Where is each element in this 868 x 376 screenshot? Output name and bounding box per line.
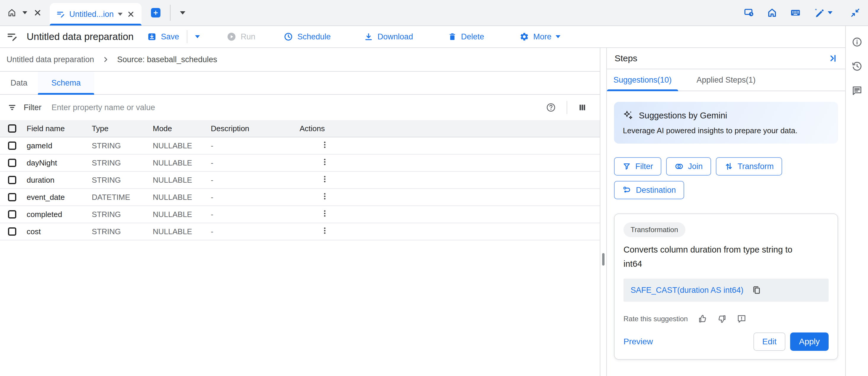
filter-bar-divider <box>567 101 567 114</box>
page-title: Untitled data preparation <box>27 31 133 42</box>
scrollbar-thumb[interactable] <box>602 253 604 265</box>
col-field-name: Field name <box>27 124 92 133</box>
table-row[interactable]: event_date DATETIME NULLABLE - <box>0 189 600 206</box>
row-checkbox[interactable] <box>8 193 16 201</box>
rate-suggestion-row: Rate this suggestion <box>623 314 829 323</box>
magic-edit-control[interactable] <box>813 7 833 18</box>
join-action-button[interactable]: Join <box>666 157 711 176</box>
home-icon[interactable] <box>767 7 777 18</box>
history-icon[interactable] <box>852 61 862 72</box>
active-tab-label: Untitled...ion <box>69 10 114 19</box>
description-cell: - <box>211 227 300 236</box>
row-checkbox[interactable] <box>8 176 16 184</box>
data-prep-tab-icon <box>56 10 65 19</box>
row-actions-menu-icon[interactable] <box>320 192 329 201</box>
browser-tab-strip: Untitled...ion <box>0 0 868 26</box>
type-cell: STRING <box>92 227 153 236</box>
description-cell: - <box>211 176 300 185</box>
keyboard-icon[interactable] <box>790 7 801 18</box>
close-home-tab-icon[interactable] <box>33 8 42 17</box>
col-type: Type <box>92 124 153 133</box>
transform-action-button[interactable]: Transform <box>716 157 782 176</box>
suggestion-code: SAFE_CAST(duration AS int64) <box>630 286 743 295</box>
row-actions-menu-icon[interactable] <box>320 157 329 166</box>
apply-button[interactable]: Apply <box>790 333 829 351</box>
select-all-checkbox[interactable] <box>8 124 16 133</box>
filter-action-button[interactable]: Filter <box>614 157 661 176</box>
collapse-steps-icon[interactable] <box>828 53 838 63</box>
home-tab-caret[interactable] <box>23 11 27 14</box>
mode-cell: NULLABLE <box>153 193 211 202</box>
mode-cell: NULLABLE <box>153 227 211 236</box>
delete-button[interactable]: Delete <box>448 32 484 41</box>
table-row[interactable]: cost STRING NULLABLE - <box>0 223 600 241</box>
toolbar: Untitled data preparation Save Run S <box>0 26 845 48</box>
join-circles-icon <box>674 162 684 171</box>
gemini-card-body: Leverage AI powered insights to prepare … <box>623 126 829 135</box>
row-checkbox[interactable] <box>8 142 16 150</box>
magic-wand-icon <box>813 7 824 18</box>
device-schedule-icon[interactable] <box>744 7 754 18</box>
row-actions-menu-icon[interactable] <box>320 209 329 218</box>
scrollbar-gutter <box>600 48 606 376</box>
data-preparation-app: Untitled...ion <box>0 0 868 376</box>
column-settings-icon[interactable] <box>578 103 587 112</box>
steps-title: Steps <box>615 53 638 63</box>
copy-icon[interactable] <box>752 285 761 295</box>
schema-table-body: gameId STRING NULLABLE - dayNight STRING… <box>0 137 600 241</box>
help-icon[interactable] <box>546 102 556 113</box>
info-icon[interactable] <box>852 37 862 48</box>
close-tab-icon[interactable] <box>127 10 135 18</box>
collapse-panel-icon[interactable] <box>850 8 860 18</box>
download-button[interactable]: Download <box>364 32 413 41</box>
field-name-cell: completed <box>27 210 92 219</box>
field-name-cell: gameId <box>27 141 92 150</box>
breadcrumb: Untitled data preparation Source: baseba… <box>0 48 600 72</box>
run-button[interactable]: Run <box>226 32 255 42</box>
breadcrumb-source: Source: baseball_schedules <box>117 55 217 64</box>
row-checkbox[interactable] <box>8 227 16 236</box>
tab-schema[interactable]: Schema <box>38 72 94 94</box>
row-actions-menu-icon[interactable] <box>320 140 329 149</box>
row-actions-menu-icon[interactable] <box>320 175 329 184</box>
type-cell: STRING <box>92 176 153 185</box>
active-browser-tab[interactable]: Untitled...ion <box>50 3 142 26</box>
tab-applied-steps[interactable]: Applied Steps(1) <box>690 69 762 91</box>
filter-bar: Filter <box>0 95 600 120</box>
new-tab-button[interactable] <box>151 8 160 18</box>
filter-input[interactable] <box>51 103 539 113</box>
table-row[interactable]: duration STRING NULLABLE - <box>0 172 600 189</box>
description-cell: - <box>211 158 300 167</box>
suggestion-description: Converts column duration from type strin… <box>623 243 810 271</box>
tab-list-caret[interactable] <box>180 11 185 14</box>
transform-arrows-icon <box>724 162 734 171</box>
suggestion-code-block: SAFE_CAST(duration AS int64) <box>623 279 829 302</box>
edit-button[interactable]: Edit <box>753 333 785 351</box>
description-cell: - <box>211 193 300 202</box>
preview-link[interactable]: Preview <box>623 337 653 346</box>
gemini-suggestions-card: Suggestions by Gemini Leverage AI powere… <box>614 102 838 144</box>
thumbs-down-icon[interactable] <box>717 314 727 323</box>
comment-icon[interactable] <box>852 85 862 96</box>
schedule-button[interactable]: Schedule <box>284 32 331 41</box>
more-button[interactable]: More <box>520 32 560 41</box>
table-row[interactable]: completed STRING NULLABLE - <box>0 206 600 223</box>
row-actions-menu-icon[interactable] <box>320 226 329 235</box>
row-checkbox[interactable] <box>8 159 16 167</box>
tab-data[interactable]: Data <box>0 72 38 94</box>
breadcrumb-root[interactable]: Untitled data preparation <box>6 55 94 64</box>
save-button[interactable]: Save <box>147 32 179 41</box>
mode-cell: NULLABLE <box>153 141 211 150</box>
table-row[interactable]: dayNight STRING NULLABLE - <box>0 155 600 172</box>
description-cell: - <box>211 210 300 219</box>
thumbs-up-icon[interactable] <box>698 314 707 323</box>
home-tab-icon[interactable] <box>7 8 17 18</box>
field-name-cell: cost <box>27 227 92 236</box>
destination-action-button[interactable]: Destination <box>614 181 684 199</box>
tab-caret[interactable] <box>118 13 123 16</box>
save-options-caret[interactable] <box>195 35 200 38</box>
row-checkbox[interactable] <box>8 210 16 219</box>
table-row[interactable]: gameId STRING NULLABLE - <box>0 137 600 155</box>
tab-suggestions[interactable]: Suggestions(10) <box>607 69 678 91</box>
report-feedback-icon[interactable] <box>737 314 746 323</box>
